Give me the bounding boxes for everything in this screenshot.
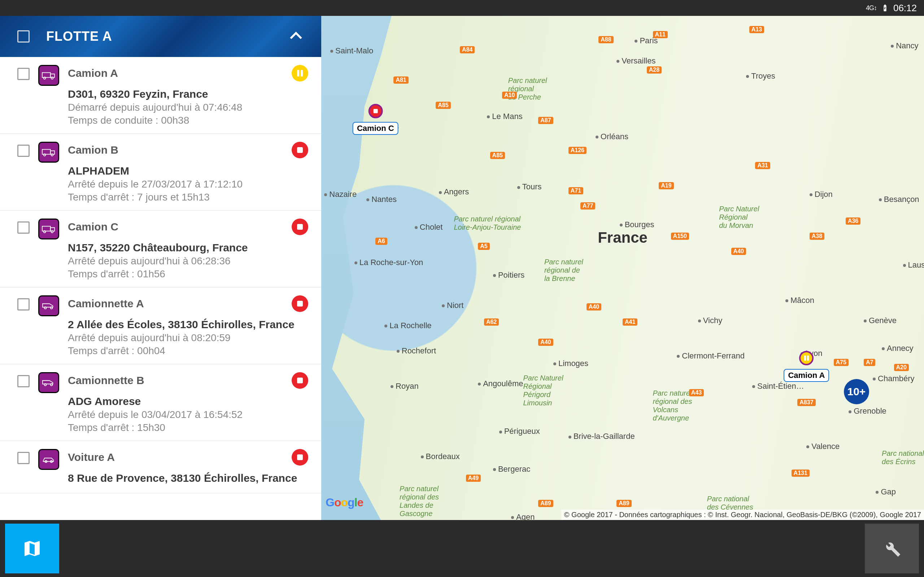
- map-city-label: Orléans: [596, 132, 628, 141]
- vehicle-checkbox[interactable]: [17, 145, 30, 157]
- vehicle-type-icon: [38, 142, 59, 163]
- map-city-label: Le Mans: [487, 112, 522, 121]
- map-city-label: Saint-Étien…: [752, 382, 804, 391]
- google-logo: Google: [326, 496, 363, 509]
- map-park-label: Parc naturelrégional desLandes deGascogn…: [399, 485, 439, 518]
- map[interactable]: ParisVersaillesSaint-MaloRennesLe MansOr…: [321, 16, 924, 520]
- road-shield: A89: [538, 500, 553, 507]
- map-city-label: Grenoble: [848, 406, 887, 416]
- fleet-name: FLOTTE A: [46, 29, 288, 44]
- map-park-label: Parc naturelrégional desVolcansd'Auvergn…: [653, 389, 692, 422]
- vehicle-item[interactable]: Camion C N157, 35220 Châteaubourg, Franc…: [0, 211, 321, 287]
- vehicle-name: Voiture A: [68, 451, 292, 463]
- map-city-label: Royan: [391, 382, 419, 391]
- road-shield: A150: [671, 233, 689, 240]
- map-marker[interactable]: Camion A: [783, 351, 829, 382]
- vehicle-item[interactable]: Camionnette A 2 Allée des Écoles, 38130 …: [0, 287, 321, 364]
- road-shield: A40: [538, 338, 553, 346]
- road-shield: A85: [436, 102, 451, 109]
- vehicle-item[interactable]: Camionnette B ADG Amorese Arrêté depuis …: [0, 364, 321, 441]
- chevron-up-icon[interactable]: [288, 28, 304, 45]
- map-city-label: Angoulême: [478, 379, 523, 388]
- road-shield: A837: [797, 399, 815, 406]
- vehicle-item[interactable]: Camion B ALPHADEM Arrêté depuis le 27/03…: [0, 134, 321, 211]
- fleet-header[interactable]: FLOTTE A: [0, 16, 321, 57]
- vehicle-item[interactable]: Camion A D301, 69320 Feyzin, France Déma…: [0, 57, 321, 134]
- vehicle-name: Camion B: [68, 144, 292, 156]
- svg-point-6: [44, 154, 46, 156]
- vehicle-type-icon: [38, 372, 59, 393]
- road-shield: A87: [538, 117, 553, 124]
- map-cluster[interactable]: 10+: [844, 379, 869, 404]
- road-shield: A20: [894, 364, 909, 371]
- settings-button[interactable]: [865, 524, 919, 574]
- map-marker[interactable]: Camion C: [353, 104, 399, 135]
- vehicle-meta-2: Temps d'arrêt : 7 jours et 15h13: [68, 192, 310, 203]
- road-shield: A40: [731, 248, 746, 255]
- map-park-label: Parc NaturelRégionalPérigordLimousin: [523, 374, 563, 407]
- vehicle-checkbox[interactable]: [17, 298, 30, 311]
- map-city-label: Vichy: [698, 316, 722, 325]
- sidebar: FLOTTE A Camion A D301, 69320 Feyzin, Fr…: [0, 16, 321, 520]
- road-shield: A88: [598, 36, 613, 43]
- road-shield: A49: [466, 475, 481, 482]
- vehicle-name: Camionnette B: [68, 374, 292, 387]
- svg-point-11: [51, 231, 53, 233]
- vehicle-type-icon: [38, 295, 59, 316]
- map-city-label: Dijon: [809, 190, 833, 199]
- map-city-label: Bourges: [620, 220, 654, 229]
- vehicle-meta-1: Arrêté depuis le 03/04/2017 à 16:54:52: [68, 409, 310, 421]
- map-city-label: Angers: [439, 187, 469, 197]
- map-park-label: Parc naturelrégional dela Brenne: [544, 258, 583, 283]
- map-city-label: Brive-la-Gaillarde: [569, 432, 635, 441]
- map-view-button[interactable]: [5, 524, 59, 574]
- map-city-label: Genève: [864, 316, 897, 325]
- road-shield: A89: [617, 500, 631, 507]
- status-stopped-icon: [292, 449, 308, 466]
- svg-point-10: [44, 231, 46, 233]
- road-shield: A31: [755, 162, 770, 169]
- network-indicator: 4G↕: [866, 4, 877, 12]
- road-shield: A28: [647, 66, 662, 74]
- vehicle-checkbox[interactable]: [17, 68, 30, 80]
- status-stopped-icon: [292, 142, 308, 158]
- svg-rect-0: [42, 73, 50, 77]
- map-city-label: Mâcon: [785, 296, 814, 305]
- map-city-label: Besançon: [879, 195, 919, 204]
- vehicle-type-icon: [38, 219, 59, 239]
- road-shield: A5: [478, 243, 489, 250]
- clock: 06:12: [893, 3, 917, 14]
- vehicle-checkbox[interactable]: [17, 221, 30, 234]
- fleet-select-all-checkbox[interactable]: [17, 30, 30, 43]
- vehicle-address: N157, 35220 Châteaubourg, France: [68, 242, 310, 254]
- map-city-label: Nantes: [366, 195, 397, 204]
- vehicle-type-icon: [38, 65, 59, 86]
- wrench-icon: [882, 538, 902, 559]
- road-shield: A19: [659, 182, 674, 189]
- map-city-label: Nazaire: [324, 190, 357, 199]
- map-city-label: Laus...: [903, 260, 924, 270]
- road-shield: A81: [393, 76, 408, 84]
- road-shield: A77: [580, 202, 595, 210]
- svg-rect-4: [42, 149, 50, 154]
- road-shield: A71: [569, 187, 583, 194]
- vehicle-list[interactable]: Camion A D301, 69320 Feyzin, France Déma…: [0, 57, 321, 520]
- vehicle-name: Camionnette A: [68, 298, 292, 310]
- vehicle-address: D301, 69320 Feyzin, France: [68, 88, 310, 100]
- vehicle-address: 2 Allée des Écoles, 38130 Échirolles, Fr…: [68, 318, 310, 331]
- vehicle-checkbox[interactable]: [17, 452, 30, 464]
- vehicle-checkbox[interactable]: [17, 375, 30, 387]
- vehicle-item[interactable]: Voiture A 8 Rue de Provence, 38130 Échir…: [0, 441, 321, 493]
- marker-label: Camion A: [783, 369, 829, 382]
- country-label: France: [598, 229, 648, 246]
- vehicle-meta-1: Démarré depuis aujourd'hui à 07:46:48: [68, 102, 310, 113]
- map-city-label: Valence: [806, 442, 840, 451]
- vehicle-address: ADG Amorese: [68, 395, 310, 408]
- vehicle-meta-2: Temps d'arrêt : 15h30: [68, 422, 310, 434]
- map-city-label: Tours: [517, 182, 542, 192]
- svg-point-15: [50, 384, 53, 386]
- svg-rect-8: [42, 226, 50, 231]
- map-city-label: Nancy: [891, 41, 918, 50]
- svg-point-12: [44, 307, 47, 309]
- vehicle-address: 8 Rue de Provence, 38130 Échirolles, Fra…: [68, 472, 310, 484]
